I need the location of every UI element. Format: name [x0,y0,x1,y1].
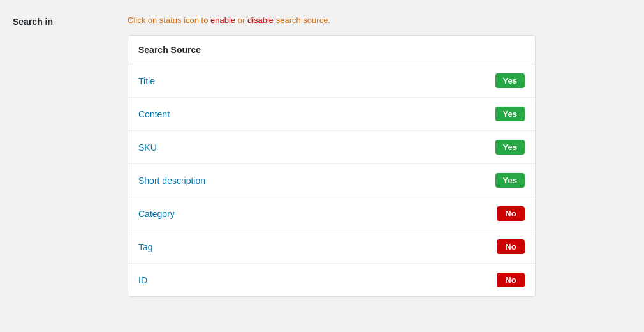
status-badge-short-description[interactable]: Yes [495,173,525,188]
page-container: Search in Click on status icon to enable… [13,13,631,297]
table-row-tag: TagNo [128,230,535,264]
section-label: Search in [13,13,115,297]
status-badge-category[interactable]: No [497,206,525,221]
status-badge-sku[interactable]: Yes [495,140,525,155]
table-row-id: IDNo [128,264,535,296]
search-source-table: Search Source TitleYesContentYesSKUYesSh… [128,35,536,297]
info-message: Click on status icon to enable or disabl… [128,13,631,27]
row-label-title: Title [138,76,155,86]
row-label-sku: SKU [138,142,157,153]
row-label-short-description: Short description [138,176,205,186]
table-row-short-description: Short descriptionYes [128,164,535,197]
table-row-title: TitleYes [128,64,535,98]
status-badge-id[interactable]: No [497,273,525,287]
status-badge-title[interactable]: Yes [495,73,525,88]
table-row-content: ContentYes [128,98,535,131]
table-header: Search Source [128,36,535,64]
table-row-sku: SKUYes [128,131,535,164]
row-label-tag: Tag [138,242,153,252]
row-label-category: Category [138,209,175,219]
row-label-content: Content [138,109,170,119]
status-badge-tag[interactable]: No [497,239,525,254]
table-row-category: CategoryNo [128,197,535,230]
right-content: Click on status icon to enable or disabl… [128,13,631,297]
status-badge-content[interactable]: Yes [495,107,525,121]
row-label-id: ID [138,275,147,285]
